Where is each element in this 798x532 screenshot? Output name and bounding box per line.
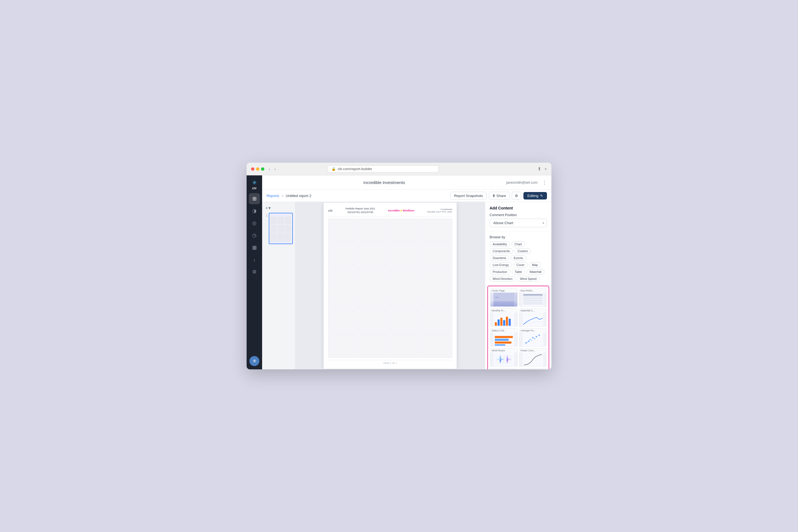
page-thumbnail[interactable] bbox=[269, 213, 293, 244]
template-average-po[interactable]: Average Po... bbox=[519, 328, 547, 347]
report-cell-6 bbox=[359, 242, 390, 265]
editing-button[interactable]: Editing ✎ bbox=[524, 192, 547, 200]
report-cell-24 bbox=[422, 335, 453, 358]
user-avatar[interactable]: ✳ bbox=[249, 356, 259, 366]
tag-waterfall[interactable]: Waterfall bbox=[527, 269, 545, 274]
upload-icon: ⬆ bbox=[492, 194, 495, 198]
sidebar-item-preview[interactable]: ◎ bbox=[249, 217, 260, 229]
url-bar[interactable]: 🔒 clir.com/report-builder bbox=[328, 166, 439, 172]
thumb-cell-6 bbox=[285, 225, 292, 233]
traffic-light-red[interactable] bbox=[251, 167, 254, 171]
template-table-of-co[interactable]: Table of Co... Table of Contents bbox=[519, 368, 547, 369]
browser-window: ‹ › 🔒 clir.com/report-builder ⬆ + ✳ clir… bbox=[247, 163, 551, 369]
more-options-button[interactable]: ⋮ bbox=[542, 179, 547, 186]
report-cell-9 bbox=[328, 265, 359, 288]
report-cell-23 bbox=[391, 335, 421, 358]
template-waterfall-label: Waterfall C... bbox=[519, 309, 546, 312]
template-average-po-thumb bbox=[519, 332, 546, 346]
app-title: Incredible Investments bbox=[267, 180, 502, 185]
template-table-of-co-label: Table of Co... bbox=[519, 368, 546, 369]
report-cell-22 bbox=[359, 335, 390, 358]
sidebar-item-history[interactable]: ◷ bbox=[249, 230, 260, 241]
template-waterfall[interactable]: Waterfall C... bbox=[519, 308, 547, 327]
logo-icon[interactable]: ✳ bbox=[250, 179, 258, 187]
comment-position-select[interactable]: Above Chart Below Chart No Comment bbox=[490, 218, 547, 227]
tag-wind-direction[interactable]: Wind Direction bbox=[490, 276, 516, 282]
tag-downtime[interactable]: Downtime bbox=[490, 255, 509, 261]
sidebar-item-reports[interactable]: ▦ bbox=[249, 242, 260, 253]
report-cell-11 bbox=[391, 265, 421, 288]
breadcrumb-current: Untitled report 2 bbox=[286, 194, 311, 198]
tag-components[interactable]: Components bbox=[490, 248, 513, 254]
traffic-light-green[interactable] bbox=[261, 167, 264, 171]
chevron-down-icon: ▾ bbox=[268, 205, 271, 211]
report-cell-12 bbox=[422, 265, 453, 288]
svg-rect-6 bbox=[523, 298, 543, 299]
share-button[interactable]: ⬆ Share bbox=[489, 192, 510, 200]
report-snapshots-button[interactable]: Report Snapshots bbox=[450, 192, 486, 200]
svg-point-27 bbox=[532, 337, 533, 338]
tag-wind-speed[interactable]: Wind Speed bbox=[517, 276, 540, 282]
template-monthly-pr-thumb bbox=[491, 312, 517, 326]
svg-point-30 bbox=[538, 335, 540, 336]
template-power-curv-thumb bbox=[519, 353, 546, 366]
main-content: Incredible Investments janesmith@iwf.com… bbox=[262, 175, 551, 369]
template-custom-co[interactable]: Custom Co... bbox=[490, 368, 518, 369]
sidebar-item-dashboard[interactable]: ⊞ bbox=[249, 193, 260, 204]
report-confidential: Confidential bbox=[427, 208, 452, 211]
template-monthly-pr[interactable]: Monthly Pr... bbox=[490, 308, 518, 327]
share-browser-button[interactable]: ⬆ bbox=[537, 166, 541, 172]
sidebar-item-download[interactable]: ↓ bbox=[249, 254, 260, 265]
breadcrumb-actions: Report Snapshots ⬆ Share ⚙ Editing ✎ bbox=[450, 192, 547, 200]
report-cell-8 bbox=[422, 242, 453, 265]
breadcrumb: Reports > Untitled report 2 Report Snaps… bbox=[262, 190, 551, 202]
tag-lost-energy[interactable]: Lost Energy bbox=[490, 262, 512, 268]
sidebar-item-settings[interactable]: ⚙ bbox=[249, 266, 260, 277]
add-page-button[interactable]: + ▾ bbox=[265, 205, 271, 211]
svg-point-26 bbox=[530, 339, 531, 340]
template-power-curv[interactable]: Power Curv... bbox=[519, 348, 547, 366]
back-button[interactable]: ‹ bbox=[268, 166, 271, 172]
tag-table[interactable]: Table bbox=[512, 269, 525, 274]
report-cell-21 bbox=[328, 335, 359, 358]
logo-text: clir bbox=[252, 187, 257, 190]
page-panel: + ▾ 1 bbox=[262, 202, 296, 369]
template-status-cod[interactable]: Status Cod... bbox=[490, 328, 518, 347]
template-monthly-pr-label: Monthly Pr... bbox=[491, 309, 517, 312]
template-cover-page[interactable]: Cover Page Cover bbox=[490, 288, 518, 307]
report-grid bbox=[328, 218, 452, 358]
thumb-footer bbox=[269, 242, 292, 244]
tag-production[interactable]: Production bbox=[490, 269, 510, 274]
tags-grid: Availability Chart Components Custom Dow… bbox=[490, 241, 547, 282]
template-status-cod-thumb bbox=[491, 332, 517, 346]
thumb-cell-9 bbox=[285, 233, 292, 241]
report-cell-7 bbox=[391, 242, 421, 265]
template-key-perf[interactable]: Key Perfor... bbox=[519, 288, 547, 307]
sidebar-item-analytics[interactable]: ◑ bbox=[249, 205, 260, 216]
report-cell-14 bbox=[359, 288, 390, 311]
new-tab-button[interactable]: + bbox=[545, 166, 547, 172]
tag-availability[interactable]: Availability bbox=[490, 241, 510, 247]
tag-map[interactable]: Map bbox=[529, 262, 541, 268]
template-cover-page-thumb: Cover bbox=[491, 292, 517, 306]
top-bar: Incredible Investments janesmith@iwf.com… bbox=[262, 175, 551, 190]
pencil-icon: ✎ bbox=[540, 194, 543, 198]
tag-custom[interactable]: Custom bbox=[514, 248, 531, 254]
report-date: ISSUED JULY 5TH, 2021 bbox=[427, 211, 452, 213]
breadcrumb-parent[interactable]: Reports bbox=[267, 194, 279, 198]
forward-button[interactable]: › bbox=[273, 166, 277, 172]
svg-rect-13 bbox=[500, 318, 502, 326]
template-wind-roses[interactable]: Wind Roses bbox=[490, 348, 518, 366]
report-cell-18 bbox=[359, 312, 390, 335]
svg-point-32 bbox=[531, 340, 532, 341]
report-cell-13 bbox=[328, 288, 359, 311]
template-waterfall-thumb bbox=[519, 312, 546, 326]
tag-cover[interactable]: Cover bbox=[513, 262, 528, 268]
settings-button[interactable]: ⚙ bbox=[512, 192, 521, 200]
tag-chart[interactable]: Chart bbox=[512, 241, 525, 247]
report-page-header: clir Portfolio Report June 2021 2021/07/… bbox=[328, 207, 452, 216]
tag-events[interactable]: Events bbox=[511, 255, 526, 261]
traffic-light-yellow[interactable] bbox=[256, 167, 259, 171]
svg-rect-16 bbox=[509, 319, 511, 326]
app-body: ✳ clir ⊞ ◑ ◎ ◷ ▦ ↓ ⚙ ✳ Incredible Invest… bbox=[247, 175, 551, 369]
